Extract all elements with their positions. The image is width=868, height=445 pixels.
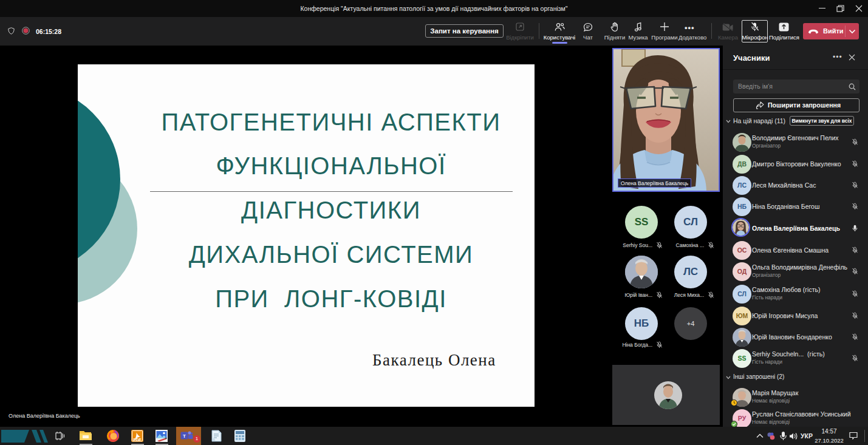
svg-text:PDF: PDF — [134, 438, 142, 442]
svg-text:T: T — [183, 433, 186, 439]
